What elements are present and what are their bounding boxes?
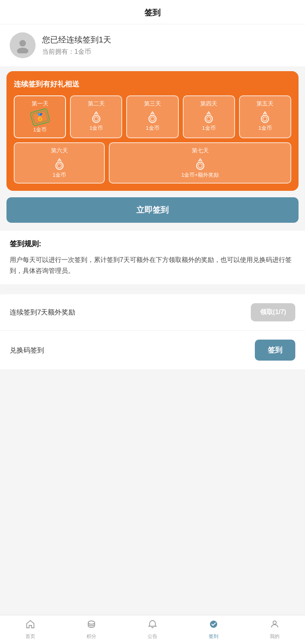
nav-profile[interactable]: 我的 bbox=[244, 615, 305, 644]
day1-label: 第一天 bbox=[17, 100, 63, 108]
check-circle-icon bbox=[209, 619, 218, 631]
exchange-checkin-button[interactable]: 签到 bbox=[255, 340, 295, 361]
day-box-1: 第一天 🏅 1金币 bbox=[14, 95, 66, 138]
svg-point-15 bbox=[210, 621, 217, 628]
medal-icon-6 bbox=[17, 157, 102, 171]
user-section: 您已经连续签到1天 当前拥有：1金币 bbox=[0, 24, 305, 66]
day7-reward: 1金币+额外奖励 bbox=[112, 171, 288, 179]
days-grid-bottom: 第六天 1金币 第七天 bbox=[14, 142, 291, 184]
reward-section: 连续签到7天额外奖励 领取(1/7) 兑换码签到 签到 bbox=[0, 294, 305, 370]
coins-icon bbox=[87, 619, 96, 631]
page-title: 签到 bbox=[0, 0, 305, 24]
medal-icon-5 bbox=[242, 110, 288, 125]
stamp-wrapper: 🏅 bbox=[31, 110, 49, 125]
medal-icon-4 bbox=[186, 110, 232, 125]
svg-point-9 bbox=[263, 117, 267, 121]
day4-reward: 1金币 bbox=[186, 125, 232, 132]
user-info: 您已经连续签到1天 当前拥有：1金币 bbox=[42, 34, 111, 56]
collect-button[interactable]: 领取(1/7) bbox=[251, 303, 295, 321]
user-icon bbox=[270, 619, 280, 631]
day-box-3: 第三天 1金币 bbox=[126, 95, 178, 138]
nav-coins-label: 积分 bbox=[87, 633, 96, 640]
svg-point-7 bbox=[207, 117, 211, 121]
nav-checkin[interactable]: 签到 bbox=[183, 615, 244, 644]
nav-profile-label: 我的 bbox=[270, 633, 280, 640]
nav-notice[interactable]: 公告 bbox=[122, 615, 183, 644]
reward-row-1: 连续签到7天额外奖励 领取(1/7) bbox=[0, 294, 305, 331]
medal-icon-7 bbox=[112, 157, 288, 171]
day4-label: 第四天 bbox=[186, 100, 232, 108]
day-box-4: 第四天 1金币 bbox=[183, 95, 235, 138]
nav-home-label: 首页 bbox=[25, 633, 35, 640]
rules-section: 签到规则: 用户每天可以进行一次签到，累计签到7天可额外在下方领取额外的奖励，也… bbox=[0, 231, 305, 284]
days-grid-top: 第一天 🏅 1金币 第二天 1金币 bbox=[14, 95, 291, 138]
divider bbox=[6, 289, 299, 289]
svg-point-14 bbox=[88, 621, 95, 624]
rules-text: 用户每天可以进行一次签到，累计签到7天可额外在下方领取额外的奖励，也可以使用兑换… bbox=[10, 254, 295, 276]
svg-point-4 bbox=[149, 115, 156, 122]
day6-reward: 1金币 bbox=[17, 171, 102, 179]
day2-label: 第二天 bbox=[73, 100, 119, 108]
day5-label: 第五天 bbox=[242, 100, 288, 108]
day7-label: 第七天 bbox=[112, 147, 288, 154]
day3-reward: 1金币 bbox=[129, 125, 175, 132]
day1-reward: 1金币 bbox=[17, 126, 63, 133]
day2-reward: 1金币 bbox=[73, 125, 119, 132]
svg-point-1 bbox=[17, 48, 28, 53]
day-box-6: 第六天 1金币 bbox=[14, 142, 105, 184]
day-box-5: 第五天 1金币 bbox=[239, 95, 291, 138]
stamp: 🏅 bbox=[30, 108, 51, 127]
nav-checkin-label: 签到 bbox=[209, 633, 218, 640]
svg-point-3 bbox=[94, 117, 98, 121]
card-title: 连续签到有好礼相送 bbox=[14, 79, 291, 89]
svg-point-11 bbox=[57, 164, 61, 168]
home-icon bbox=[25, 619, 35, 631]
svg-point-10 bbox=[56, 162, 63, 169]
svg-point-6 bbox=[205, 115, 212, 122]
svg-point-13 bbox=[198, 164, 202, 168]
checkin-card: 连续签到有好礼相送 第一天 🏅 1金币 第二天 bbox=[6, 71, 299, 191]
reward-row-2: 兑换码签到 签到 bbox=[0, 331, 305, 370]
coins-text: 当前拥有：1金币 bbox=[42, 48, 111, 56]
streak-text: 您已经连续签到1天 bbox=[42, 34, 111, 45]
day6-label: 第六天 bbox=[17, 147, 102, 154]
svg-point-8 bbox=[261, 115, 269, 122]
medal-icon-2 bbox=[73, 110, 119, 125]
svg-point-16 bbox=[273, 621, 276, 624]
reward-label-1: 连续签到7天额外奖励 bbox=[10, 308, 75, 317]
reward-label-2: 兑换码签到 bbox=[10, 346, 44, 355]
medal-icon-3 bbox=[129, 110, 175, 125]
avatar bbox=[10, 32, 36, 58]
svg-point-0 bbox=[19, 40, 26, 46]
rules-title: 签到规则: bbox=[10, 239, 295, 249]
nav-home[interactable]: 首页 bbox=[0, 615, 61, 644]
nav-coins[interactable]: 积分 bbox=[61, 615, 122, 644]
svg-point-5 bbox=[150, 117, 155, 121]
day-box-2: 第二天 1金币 bbox=[70, 95, 122, 138]
svg-point-12 bbox=[197, 162, 204, 169]
day5-reward: 1金币 bbox=[242, 125, 288, 132]
bottom-nav: 首页 积分 公告 签到 bbox=[0, 615, 305, 644]
checkin-button[interactable]: 立即签到 bbox=[6, 197, 299, 223]
medal-icon: 🏅 bbox=[36, 113, 44, 122]
day-box-7: 第七天 1金币+额外奖励 bbox=[109, 142, 291, 184]
svg-point-2 bbox=[93, 115, 100, 122]
nav-notice-label: 公告 bbox=[148, 633, 157, 640]
day3-label: 第三天 bbox=[129, 100, 175, 108]
bell-icon bbox=[148, 619, 157, 631]
